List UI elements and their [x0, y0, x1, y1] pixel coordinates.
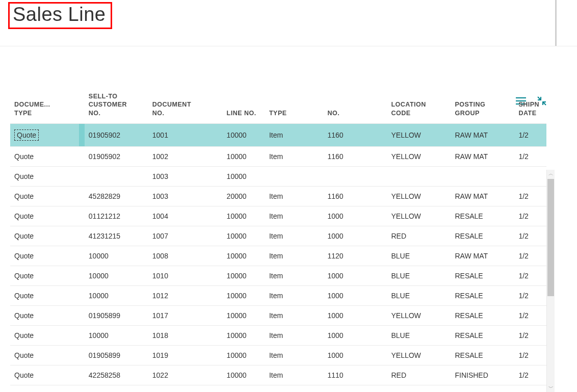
- cell-no[interactable]: [323, 166, 387, 186]
- cell-location-code[interactable]: RED: [387, 226, 451, 246]
- cell-document-type[interactable]: Quote: [10, 226, 85, 246]
- header-sell-to-customer-no[interactable]: SELL-TOCUSTOMERNO.: [85, 69, 148, 123]
- cell-type[interactable]: Item: [265, 325, 324, 345]
- cell-posting-group[interactable]: [451, 166, 514, 186]
- cell-location-code[interactable]: BLUE: [387, 325, 451, 345]
- cell-sell-to-customer-no[interactable]: 10000: [85, 246, 148, 266]
- cell-sell-to-customer-no[interactable]: 10000: [85, 266, 148, 285]
- header-type[interactable]: TYPE: [265, 69, 324, 123]
- cell-type[interactable]: Item: [265, 305, 324, 325]
- cell-document-type[interactable]: Quote⋮: [10, 123, 85, 146]
- header-shipment-date[interactable]: SHIPNDATE: [514, 69, 546, 123]
- cell-location-code[interactable]: BLUE: [387, 266, 451, 285]
- cell-no[interactable]: 1000: [323, 305, 387, 325]
- cell-shipment-date[interactable]: 1/2: [514, 123, 546, 146]
- cell-location-code[interactable]: BLUE: [387, 246, 451, 266]
- cell-type[interactable]: Item: [265, 285, 324, 305]
- cell-posting-group[interactable]: RESALE: [451, 206, 514, 226]
- cell-sell-to-customer-no[interactable]: 10000: [85, 285, 148, 305]
- cell-type[interactable]: Item: [265, 123, 324, 146]
- cell-line-no[interactable]: 20000: [223, 186, 265, 206]
- header-document-type[interactable]: DOCUME...TYPE: [10, 69, 85, 123]
- cell-line-no[interactable]: 10000: [223, 166, 265, 186]
- cell-location-code[interactable]: YELLOW: [387, 345, 451, 365]
- cell-posting-group[interactable]: RESALE: [451, 266, 514, 285]
- cell-type[interactable]: Item: [265, 365, 324, 385]
- table-row[interactable]: Quote45282829100320000Item1160YELLOWRAW …: [10, 186, 546, 206]
- scroll-down-button[interactable]: ﹀: [547, 384, 555, 392]
- cell-shipment-date[interactable]: 1/2: [514, 365, 546, 385]
- table-row[interactable]: Quote42258258102210000Item1110REDFINISHE…: [10, 365, 546, 385]
- cell-document-type[interactable]: Quote: [10, 186, 85, 206]
- cell-line-no[interactable]: 10000: [223, 365, 265, 385]
- cell-document-type[interactable]: Quote: [10, 206, 85, 226]
- cell-no[interactable]: 1000: [323, 285, 387, 305]
- cell-location-code[interactable]: YELLOW: [387, 186, 451, 206]
- cell-document-no[interactable]: 1022: [148, 365, 223, 385]
- cell-no[interactable]: 1000: [323, 345, 387, 365]
- cell-shipment-date[interactable]: [514, 166, 546, 186]
- cell-document-type[interactable]: Quote: [10, 365, 85, 385]
- cell-shipment-date[interactable]: 1/2: [514, 186, 546, 206]
- cell-type[interactable]: Item: [265, 246, 324, 266]
- cell-line-no[interactable]: 10000: [223, 345, 265, 365]
- cell-sell-to-customer-no[interactable]: 41231215: [85, 226, 148, 246]
- cell-posting-group[interactable]: RESALE: [451, 285, 514, 305]
- cell-document-no[interactable]: 1008: [148, 246, 223, 266]
- cell-line-no[interactable]: 10000: [223, 246, 265, 266]
- cell-shipment-date[interactable]: 1/2: [514, 325, 546, 345]
- cell-no[interactable]: 1160: [323, 146, 387, 166]
- cell-shipment-date[interactable]: 1/2: [514, 305, 546, 325]
- header-no[interactable]: NO.: [323, 69, 387, 123]
- cell-shipment-date[interactable]: 1/2: [514, 285, 546, 305]
- cell-shipment-date[interactable]: 1/2: [514, 206, 546, 226]
- cell-document-no[interactable]: 1017: [148, 305, 223, 325]
- header-line-no[interactable]: LINE NO.: [223, 69, 265, 123]
- cell-posting-group[interactable]: RAW MAT: [451, 186, 514, 206]
- table-row[interactable]: Quote10000101210000Item1000BLUERESALE1/2: [10, 285, 546, 305]
- cell-posting-group[interactable]: RESALE: [451, 226, 514, 246]
- cell-no[interactable]: 1120: [323, 246, 387, 266]
- cell-shipment-date[interactable]: 1/2: [514, 246, 546, 266]
- cell-document-no[interactable]: 1002: [148, 146, 223, 166]
- cell-line-no[interactable]: 10000: [223, 206, 265, 226]
- cell-document-type[interactable]: Quote: [10, 246, 85, 266]
- cell-sell-to-customer-no[interactable]: 01905899: [85, 305, 148, 325]
- cell-sell-to-customer-no[interactable]: 45282829: [85, 186, 148, 206]
- cell-line-no[interactable]: 10000: [223, 146, 265, 166]
- cell-posting-group[interactable]: RESALE: [451, 305, 514, 325]
- cell-type[interactable]: Item: [265, 226, 324, 246]
- cell-no[interactable]: 1000: [323, 226, 387, 246]
- table-row[interactable]: Quote10000101010000Item1000BLUERESALE1/2: [10, 266, 546, 285]
- table-row[interactable]: Quote10000100810000Item1120BLUERAW MAT1/…: [10, 246, 546, 266]
- cell-shipment-date[interactable]: 1/2: [514, 226, 546, 246]
- table-row[interactable]: Quote⋮01905902100110000Item1160YELLOWRAW…: [10, 123, 546, 146]
- cell-type[interactable]: Item: [265, 186, 324, 206]
- header-posting-group[interactable]: POSTINGGROUP: [451, 69, 514, 123]
- cell-line-no[interactable]: 10000: [223, 325, 265, 345]
- cell-shipment-date[interactable]: 1/2: [514, 146, 546, 166]
- cell-type[interactable]: Item: [265, 146, 324, 166]
- scroll-thumb[interactable]: [547, 179, 554, 296]
- cell-document-no[interactable]: 1001: [148, 123, 223, 146]
- cell-location-code[interactable]: YELLOW: [387, 305, 451, 325]
- cell-line-no[interactable]: 10000: [223, 285, 265, 305]
- cell-document-type[interactable]: Quote: [10, 146, 85, 166]
- cell-shipment-date[interactable]: 1/2: [514, 345, 546, 365]
- cell-document-no[interactable]: 1018: [148, 325, 223, 345]
- cell-sell-to-customer-no[interactable]: 01905899: [85, 345, 148, 365]
- cell-document-type[interactable]: Quote: [10, 325, 85, 345]
- table-row[interactable]: Quote100310000: [10, 166, 546, 186]
- header-location-code[interactable]: LOCATIONCODE: [387, 69, 451, 123]
- cell-line-no[interactable]: 10000: [223, 305, 265, 325]
- cell-line-no[interactable]: 10000: [223, 226, 265, 246]
- cell-posting-group[interactable]: RESALE: [451, 325, 514, 345]
- cell-document-type[interactable]: Quote: [10, 345, 85, 365]
- cell-shipment-date[interactable]: 1/2: [514, 266, 546, 285]
- cell-document-type[interactable]: Quote: [10, 166, 85, 186]
- cell-posting-group[interactable]: RESALE: [451, 345, 514, 365]
- cell-document-no[interactable]: 1003: [148, 166, 223, 186]
- cell-no[interactable]: 1160: [323, 186, 387, 206]
- cell-location-code[interactable]: RED: [387, 365, 451, 385]
- cell-sell-to-customer-no[interactable]: 01121212: [85, 206, 148, 226]
